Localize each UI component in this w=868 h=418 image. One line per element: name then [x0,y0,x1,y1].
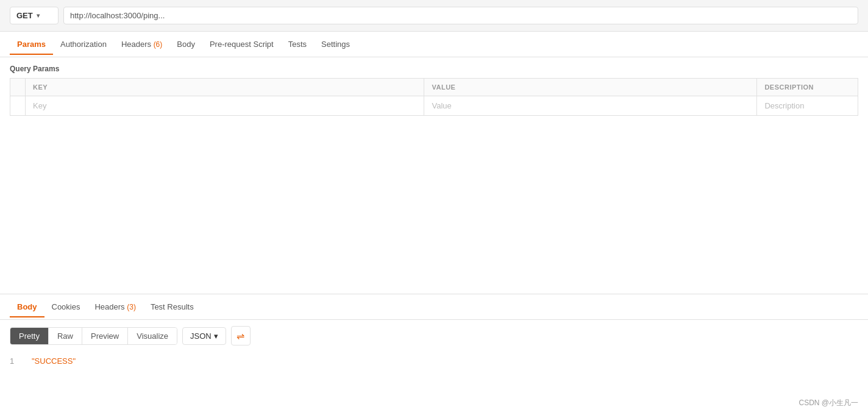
description-placeholder: Description [764,101,804,110]
method-text: GET [16,11,33,20]
row-checkbox [10,96,26,116]
wrap-icon: ⇌ [237,330,244,342]
tab-params[interactable]: Params [10,34,53,55]
tab-settings[interactable]: Settings [314,34,357,55]
format-btn-visualize[interactable]: Visualize [128,328,177,344]
tab-pre-request-script[interactable]: Pre-request Script [202,34,281,55]
request-area: Params Authorization Headers (6) Body Pr… [0,32,868,294]
json-chevron-icon: ▾ [214,331,218,341]
code-content-1: "SUCCESS" [32,356,76,366]
tab-authorization[interactable]: Authorization [53,34,114,55]
key-placeholder: Key [33,101,46,110]
wrap-button[interactable]: ⇌ [231,326,251,345]
code-line-1: 1 "SUCCESS" [10,356,858,366]
table-row: Key Value Description [10,96,858,116]
watermark: CSDN @小生凡一 [799,398,858,408]
key-cell[interactable]: Key [26,96,424,116]
format-btn-raw[interactable]: Raw [49,328,82,344]
col-checkbox-header [10,79,26,96]
tab-headers[interactable]: Headers (6) [114,34,169,55]
format-btn-group: Pretty Raw Preview Visualize [10,327,177,345]
url-bar: GET ▾ [0,0,868,32]
col-value-header: VALUE [424,79,757,96]
request-tabs: Params Authorization Headers (6) Body Pr… [0,32,868,57]
response-tab-cookies[interactable]: Cookies [44,296,88,317]
value-placeholder: Value [432,101,451,110]
response-tabs: Body Cookies Headers (3) Test Results [0,294,868,320]
code-area: 1 "SUCCESS" [0,352,868,371]
format-toolbar: Pretty Raw Preview Visualize JSON ▾ ⇌ [0,320,868,352]
response-tab-body[interactable]: Body [10,296,44,317]
method-selector[interactable]: GET ▾ [10,7,59,24]
string-value: "SUCCESS" [32,356,76,366]
line-number-1: 1 [10,356,22,366]
json-format-label: JSON [190,331,212,341]
response-area: Body Cookies Headers (3) Test Results Pr… [0,294,868,418]
params-table: KEY VALUE DESCRIPTION Key Value Descript… [10,78,858,116]
query-params-section: Query Params KEY VALUE DESCRIPTION Key [0,57,868,116]
json-format-selector[interactable]: JSON ▾ [182,327,226,345]
response-tab-headers[interactable]: Headers (3) [87,296,143,317]
description-cell[interactable]: Description [757,96,858,116]
format-btn-preview[interactable]: Preview [82,328,128,344]
tab-tests[interactable]: Tests [281,34,314,55]
chevron-down-icon: ▾ [37,12,40,19]
col-key-header: KEY [26,79,424,96]
format-btn-pretty[interactable]: Pretty [10,328,49,344]
query-params-title: Query Params [10,65,858,73]
url-input[interactable] [63,7,858,24]
value-cell[interactable]: Value [424,96,757,116]
tab-body[interactable]: Body [169,34,202,55]
response-tab-test-results[interactable]: Test Results [143,296,201,317]
col-description-header: DESCRIPTION [757,79,858,96]
